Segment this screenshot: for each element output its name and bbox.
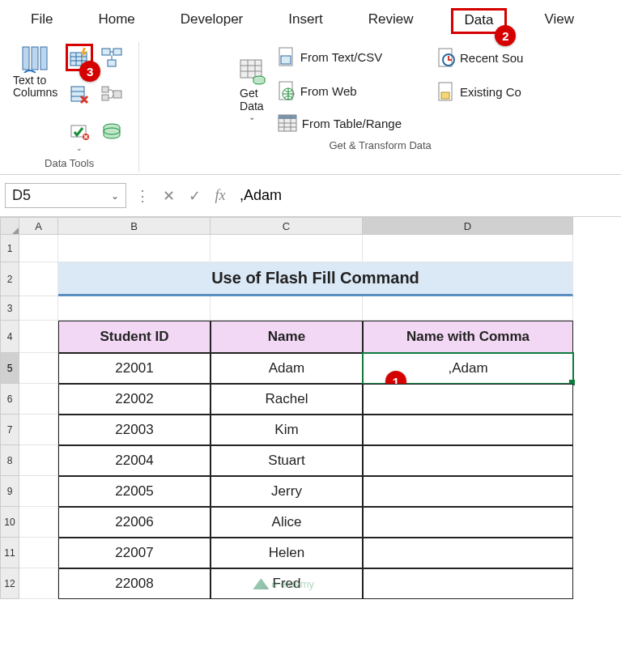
tab-home[interactable]: Home [90, 8, 142, 34]
row-header-7[interactable]: 7 [0, 415, 19, 445]
name-box[interactable]: D5 ⌄ [5, 183, 126, 208]
table-cell-comma[interactable] [363, 507, 573, 538]
text-to-columns-button[interactable]: Text to Columns [10, 44, 61, 100]
column-headers: A B C D [19, 217, 621, 235]
table-cell-comma[interactable] [363, 538, 573, 568]
relationships-button[interactable] [98, 44, 125, 71]
table-cell-id[interactable]: 22008 [58, 568, 211, 599]
ribbon-tabs: File Home Developer Insert Review Data 2… [0, 0, 621, 39]
ribbon-group-data-tools: Text to Columns 3 ⌄ [0, 42, 139, 172]
formula-input[interactable] [236, 185, 616, 206]
header-student-id[interactable]: Student ID [58, 321, 211, 353]
cell[interactable] [363, 296, 573, 321]
cell[interactable] [58, 235, 211, 262]
tab-file[interactable]: File [23, 8, 61, 34]
header-name[interactable]: Name [211, 321, 363, 353]
from-text-csv-button[interactable]: From Text/CSV [274, 44, 405, 70]
col-header-C[interactable]: C [211, 217, 363, 235]
from-text-csv-label: From Text/CSV [300, 50, 382, 64]
cell[interactable] [363, 235, 573, 262]
table-cell-id[interactable]: 22006 [58, 507, 211, 538]
from-table-label: From Table/Range [302, 117, 402, 130]
table-cell-id[interactable]: 22003 [58, 415, 211, 445]
cell[interactable] [58, 296, 211, 321]
table-cell-name[interactable]: Rachel [211, 384, 363, 415]
tab-review[interactable]: Review [360, 8, 422, 34]
table-cell-name[interactable]: Alice [211, 507, 363, 538]
table-cell-name[interactable]: Jerry [211, 476, 363, 507]
tab-insert[interactable]: Insert [280, 8, 331, 34]
cell[interactable] [19, 568, 58, 599]
table-cell-name[interactable]: Adam [211, 353, 363, 384]
cell[interactable] [19, 538, 58, 568]
row-header-11[interactable]: 11 [0, 538, 19, 568]
table-cell-id[interactable]: 22001 [58, 353, 211, 384]
remove-duplicates-button[interactable] [66, 81, 93, 108]
row-header-6[interactable]: 6 [0, 384, 19, 415]
cell[interactable] [19, 384, 58, 415]
table-cell-id[interactable]: 22002 [58, 384, 211, 415]
data-validation-button[interactable]: ⌄ [66, 118, 93, 146]
table-cell-comma[interactable] [363, 445, 573, 476]
row-header-8[interactable]: 8 [0, 445, 19, 476]
cell[interactable] [19, 235, 58, 262]
ribbon-group-label-data-tools: Data Tools [45, 157, 94, 169]
table-cell-id[interactable]: 22005 [58, 476, 211, 507]
cell[interactable] [211, 296, 363, 321]
tab-developer[interactable]: Developer [172, 8, 252, 34]
table-cell-comma[interactable] [363, 476, 573, 507]
selected-cell-value: ,Adam [448, 360, 487, 376]
row-header-3[interactable]: 3 [0, 296, 19, 321]
svg-rect-1 [32, 47, 38, 70]
cancel-formula-button[interactable]: ✕ [159, 187, 178, 205]
cell[interactable] [19, 476, 58, 507]
get-data-button[interactable]: Get Data ⌄ [234, 57, 270, 121]
tab-data[interactable]: Data 2 [451, 8, 508, 34]
cell[interactable] [19, 321, 58, 353]
col-header-B[interactable]: B [58, 217, 211, 235]
table-cell-id[interactable]: 22004 [58, 445, 211, 476]
table-cell-name[interactable]: Fred e eldemy [211, 568, 363, 599]
from-web-button[interactable]: From Web [274, 78, 405, 104]
cell[interactable] [19, 445, 58, 476]
title-cell[interactable]: Use of Flash Fill Command [58, 262, 573, 296]
table-cell-name[interactable]: Kim [211, 415, 363, 445]
cell[interactable] [19, 262, 58, 296]
cell[interactable] [19, 415, 58, 445]
col-header-D[interactable]: D [363, 217, 573, 235]
svg-rect-10 [113, 49, 121, 55]
row-header-9[interactable]: 9 [0, 476, 19, 507]
manage-data-model-button[interactable] [98, 118, 125, 146]
select-all-corner[interactable] [0, 217, 19, 235]
expand-formula-icon[interactable]: ⋮ [133, 187, 152, 205]
row-header-4[interactable]: 4 [0, 321, 19, 353]
row-header-1[interactable]: 1 [0, 235, 19, 262]
existing-connections-button[interactable]: Existing Co [434, 79, 526, 104]
get-data-label: Get Data [240, 87, 264, 113]
from-table-range-button[interactable]: From Table/Range [274, 112, 405, 134]
table-cell-id[interactable]: 22007 [58, 538, 211, 568]
cell[interactable] [19, 353, 58, 384]
enter-formula-button[interactable]: ✓ [185, 187, 204, 205]
row-header-10[interactable]: 10 [0, 507, 19, 538]
fx-icon[interactable]: fx [211, 187, 230, 204]
table-cell-comma[interactable] [363, 415, 573, 445]
cell[interactable] [19, 507, 58, 538]
recent-sources-button[interactable]: Recent Sou [434, 45, 526, 70]
table-cell-comma[interactable] [363, 568, 573, 599]
from-web-label: From Web [300, 84, 357, 98]
row-header-2[interactable]: 2 [0, 262, 19, 296]
row-header-5[interactable]: 5 [0, 353, 19, 384]
consolidate-button[interactable] [98, 81, 125, 108]
svg-rect-11 [108, 60, 116, 66]
table-cell-name[interactable]: Helen [211, 538, 363, 568]
header-name-with-comma[interactable]: Name with Comma [363, 321, 573, 353]
cell[interactable] [211, 235, 363, 262]
row-header-12[interactable]: 12 [0, 568, 19, 599]
tab-view[interactable]: View [536, 8, 582, 34]
flash-fill-button[interactable]: 3 [66, 44, 93, 71]
col-header-A[interactable]: A [19, 217, 58, 235]
table-cell-comma[interactable] [363, 384, 573, 415]
cell[interactable] [19, 296, 58, 321]
table-cell-name[interactable]: Stuart [211, 445, 363, 476]
